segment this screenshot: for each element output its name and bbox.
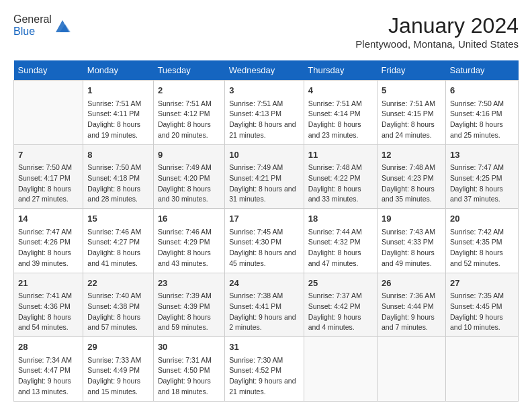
day-info: Sunrise: 7:47 AMSunset: 4:26 PMDaylight:… bbox=[18, 227, 79, 269]
day-number: 31 bbox=[229, 340, 300, 354]
day-number: 20 bbox=[450, 212, 514, 226]
day-number: 6 bbox=[450, 84, 514, 97]
day-info: Sunrise: 7:51 AMSunset: 4:13 PMDaylight:… bbox=[229, 99, 300, 141]
calendar-day-cell: 1Sunrise: 7:51 AMSunset: 4:11 PMDaylight… bbox=[83, 81, 154, 145]
weekday-header: Tuesday bbox=[153, 60, 224, 81]
weekday-header: Monday bbox=[83, 60, 154, 81]
day-number: 24 bbox=[229, 277, 300, 290]
day-number: 13 bbox=[450, 148, 514, 162]
day-info: Sunrise: 7:49 AMSunset: 4:21 PMDaylight:… bbox=[229, 163, 300, 205]
day-number: 5 bbox=[382, 84, 441, 97]
day-number: 30 bbox=[158, 340, 220, 354]
logo-text: General Blue bbox=[13, 13, 72, 38]
calendar-day-cell: 28Sunrise: 7:34 AMSunset: 4:47 PMDayligh… bbox=[14, 337, 83, 402]
weekday-header: Saturday bbox=[445, 60, 518, 81]
day-number: 19 bbox=[382, 212, 441, 226]
calendar-day-cell: 11Sunrise: 7:48 AMSunset: 4:22 PMDayligh… bbox=[304, 144, 377, 209]
calendar-day-cell: 25Sunrise: 7:37 AMSunset: 4:42 PMDayligh… bbox=[304, 273, 377, 337]
logo-icon bbox=[53, 16, 72, 35]
day-number: 15 bbox=[87, 212, 149, 226]
weekday-header: Thursday bbox=[304, 60, 377, 81]
day-number: 1 bbox=[87, 84, 149, 97]
day-info: Sunrise: 7:38 AMSunset: 4:41 PMDaylight:… bbox=[229, 291, 300, 333]
day-number: 12 bbox=[382, 148, 441, 162]
day-info: Sunrise: 7:49 AMSunset: 4:20 PMDaylight:… bbox=[158, 163, 220, 205]
day-info: Sunrise: 7:48 AMSunset: 4:22 PMDaylight:… bbox=[308, 163, 373, 205]
calendar-day-cell: 7Sunrise: 7:50 AMSunset: 4:17 PMDaylight… bbox=[14, 144, 83, 209]
logo: General Blue bbox=[13, 13, 72, 38]
day-number: 23 bbox=[158, 277, 220, 290]
calendar-day-cell: 4Sunrise: 7:51 AMSunset: 4:14 PMDaylight… bbox=[304, 81, 377, 145]
weekday-header: Friday bbox=[377, 60, 445, 81]
day-number: 2 bbox=[158, 84, 220, 97]
calendar-table: SundayMondayTuesdayWednesdayThursdayFrid… bbox=[13, 60, 519, 402]
day-info: Sunrise: 7:44 AMSunset: 4:32 PMDaylight:… bbox=[308, 227, 373, 269]
calendar-day-cell: 20Sunrise: 7:42 AMSunset: 4:35 PMDayligh… bbox=[445, 209, 518, 273]
calendar-day-cell bbox=[14, 81, 83, 145]
calendar-day-cell: 15Sunrise: 7:46 AMSunset: 4:27 PMDayligh… bbox=[83, 209, 154, 273]
calendar-day-cell: 21Sunrise: 7:41 AMSunset: 4:36 PMDayligh… bbox=[14, 273, 83, 337]
calendar-week-row: 28Sunrise: 7:34 AMSunset: 4:47 PMDayligh… bbox=[14, 337, 519, 402]
day-info: Sunrise: 7:40 AMSunset: 4:38 PMDaylight:… bbox=[87, 291, 149, 333]
calendar-day-cell: 26Sunrise: 7:36 AMSunset: 4:44 PMDayligh… bbox=[377, 273, 445, 337]
day-number: 21 bbox=[18, 277, 79, 290]
day-info: Sunrise: 7:51 AMSunset: 4:11 PMDaylight:… bbox=[87, 99, 149, 141]
day-info: Sunrise: 7:46 AMSunset: 4:27 PMDaylight:… bbox=[87, 227, 149, 269]
calendar-week-row: 7Sunrise: 7:50 AMSunset: 4:17 PMDaylight… bbox=[14, 144, 519, 209]
day-info: Sunrise: 7:30 AMSunset: 4:52 PMDaylight:… bbox=[229, 355, 300, 398]
calendar-day-cell: 31Sunrise: 7:30 AMSunset: 4:52 PMDayligh… bbox=[225, 337, 304, 402]
calendar-week-row: 1Sunrise: 7:51 AMSunset: 4:11 PMDaylight… bbox=[14, 81, 519, 145]
location-title: Plentywood, Montana, United States bbox=[355, 38, 519, 50]
logo-blue: Blue bbox=[13, 26, 52, 38]
header-row: SundayMondayTuesdayWednesdayThursdayFrid… bbox=[14, 60, 519, 81]
day-info: Sunrise: 7:51 AMSunset: 4:12 PMDaylight:… bbox=[158, 99, 220, 141]
day-number: 14 bbox=[18, 212, 79, 226]
day-info: Sunrise: 7:36 AMSunset: 4:44 PMDaylight:… bbox=[382, 291, 441, 333]
day-info: Sunrise: 7:35 AMSunset: 4:45 PMDaylight:… bbox=[450, 291, 514, 333]
calendar-day-cell bbox=[304, 337, 377, 402]
calendar-day-cell: 13Sunrise: 7:47 AMSunset: 4:25 PMDayligh… bbox=[445, 144, 518, 209]
calendar-day-cell: 14Sunrise: 7:47 AMSunset: 4:26 PMDayligh… bbox=[14, 209, 83, 273]
day-number: 7 bbox=[18, 148, 79, 162]
day-number: 27 bbox=[450, 277, 514, 290]
day-info: Sunrise: 7:39 AMSunset: 4:39 PMDaylight:… bbox=[158, 291, 220, 333]
day-info: Sunrise: 7:50 AMSunset: 4:16 PMDaylight:… bbox=[450, 99, 514, 141]
calendar-day-cell: 29Sunrise: 7:33 AMSunset: 4:49 PMDayligh… bbox=[83, 337, 154, 402]
calendar-day-cell: 6Sunrise: 7:50 AMSunset: 4:16 PMDaylight… bbox=[445, 81, 518, 145]
day-info: Sunrise: 7:46 AMSunset: 4:29 PMDaylight:… bbox=[158, 227, 220, 269]
calendar-week-row: 21Sunrise: 7:41 AMSunset: 4:36 PMDayligh… bbox=[14, 273, 519, 337]
calendar-day-cell: 19Sunrise: 7:43 AMSunset: 4:33 PMDayligh… bbox=[377, 209, 445, 273]
calendar-week-row: 14Sunrise: 7:47 AMSunset: 4:26 PMDayligh… bbox=[14, 209, 519, 273]
calendar-day-cell: 30Sunrise: 7:31 AMSunset: 4:50 PMDayligh… bbox=[153, 337, 224, 402]
calendar-day-cell: 10Sunrise: 7:49 AMSunset: 4:21 PMDayligh… bbox=[225, 144, 304, 209]
day-info: Sunrise: 7:34 AMSunset: 4:47 PMDaylight:… bbox=[18, 355, 79, 398]
day-info: Sunrise: 7:51 AMSunset: 4:14 PMDaylight:… bbox=[308, 99, 373, 141]
calendar-day-cell: 23Sunrise: 7:39 AMSunset: 4:39 PMDayligh… bbox=[153, 273, 224, 337]
calendar-day-cell: 3Sunrise: 7:51 AMSunset: 4:13 PMDaylight… bbox=[225, 81, 304, 145]
page-header: General Blue January 2024 Plentywood, Mo… bbox=[13, 13, 519, 50]
title-section: January 2024 Plentywood, Montana, United… bbox=[355, 13, 519, 50]
calendar-day-cell: 24Sunrise: 7:38 AMSunset: 4:41 PMDayligh… bbox=[225, 273, 304, 337]
day-info: Sunrise: 7:33 AMSunset: 4:49 PMDaylight:… bbox=[87, 355, 149, 398]
day-number: 28 bbox=[18, 340, 79, 354]
day-info: Sunrise: 7:47 AMSunset: 4:25 PMDaylight:… bbox=[450, 163, 514, 205]
calendar-day-cell bbox=[377, 337, 445, 402]
day-info: Sunrise: 7:41 AMSunset: 4:36 PMDaylight:… bbox=[18, 291, 79, 333]
day-info: Sunrise: 7:48 AMSunset: 4:23 PMDaylight:… bbox=[382, 163, 441, 205]
calendar-day-cell: 9Sunrise: 7:49 AMSunset: 4:20 PMDaylight… bbox=[153, 144, 224, 209]
calendar-day-cell: 18Sunrise: 7:44 AMSunset: 4:32 PMDayligh… bbox=[304, 209, 377, 273]
calendar-day-cell: 22Sunrise: 7:40 AMSunset: 4:38 PMDayligh… bbox=[83, 273, 154, 337]
day-number: 3 bbox=[229, 84, 300, 97]
calendar-day-cell: 27Sunrise: 7:35 AMSunset: 4:45 PMDayligh… bbox=[445, 273, 518, 337]
calendar-day-cell: 5Sunrise: 7:51 AMSunset: 4:15 PMDaylight… bbox=[377, 81, 445, 145]
day-number: 25 bbox=[308, 277, 373, 290]
day-number: 10 bbox=[229, 148, 300, 162]
day-number: 4 bbox=[308, 84, 373, 97]
day-number: 26 bbox=[382, 277, 441, 290]
weekday-header: Wednesday bbox=[225, 60, 304, 81]
day-info: Sunrise: 7:37 AMSunset: 4:42 PMDaylight:… bbox=[308, 291, 373, 333]
calendar-day-cell: 12Sunrise: 7:48 AMSunset: 4:23 PMDayligh… bbox=[377, 144, 445, 209]
weekday-header: Sunday bbox=[14, 60, 83, 81]
day-info: Sunrise: 7:43 AMSunset: 4:33 PMDaylight:… bbox=[382, 227, 441, 269]
calendar-day-cell: 2Sunrise: 7:51 AMSunset: 4:12 PMDaylight… bbox=[153, 81, 224, 145]
